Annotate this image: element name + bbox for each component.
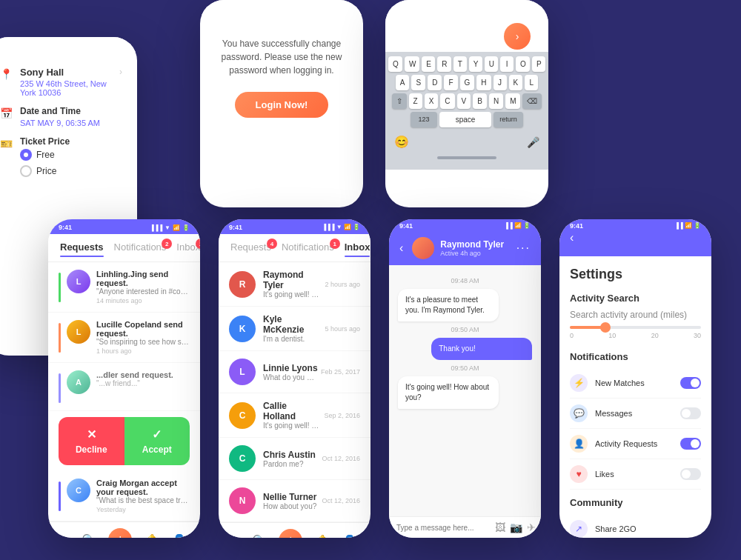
mic-icon[interactable]: 🎤	[527, 136, 539, 148]
key-u[interactable]: U	[485, 56, 498, 72]
key-d[interactable]: D	[428, 75, 442, 90]
search-nav-icon-5[interactable]: 🔍	[252, 534, 267, 539]
key-k[interactable]: K	[509, 75, 523, 90]
back-button[interactable]: ‹	[399, 241, 403, 255]
inbox-name-2: Kyle McKenzie	[263, 314, 322, 335]
slider-label-30: 30	[694, 332, 701, 339]
chat-body: 09:48 AM It's a pleasure to meet you. I'…	[389, 265, 541, 516]
key-j[interactable]: J	[494, 75, 507, 90]
key-c[interactable]: C	[440, 93, 454, 109]
key-y[interactable]: Y	[469, 56, 482, 72]
search-nav-icon[interactable]: 🔍	[82, 533, 96, 539]
key-space[interactable]: space	[439, 112, 491, 127]
key-l[interactable]: L	[525, 75, 538, 90]
key-h[interactable]: H	[476, 75, 491, 90]
inbox-item-5[interactable]: C Chris Austin Pardon me? Oct 12, 2016	[219, 438, 370, 480]
decline-button[interactable]: ✕ Decline	[59, 417, 124, 465]
key-f[interactable]: F	[444, 75, 457, 90]
key-z[interactable]: Z	[409, 93, 422, 109]
inbox-item-1[interactable]: R Raymond Tyler It's going well! How abo…	[219, 262, 370, 307]
settings-back-button[interactable]: ‹	[570, 231, 574, 244]
key-x[interactable]: X	[425, 93, 439, 109]
key-123[interactable]: 123	[411, 112, 437, 127]
request-bar-1	[59, 273, 61, 302]
inbox-item-4[interactable]: C Callie Holland It's going well! How ab…	[219, 393, 370, 438]
key-p[interactable]: P	[532, 56, 545, 72]
inbox-item-2[interactable]: K Kyle McKenzie I'm a dentist. 5 hours a…	[219, 307, 370, 351]
request-item-4[interactable]: C Craig Morgan accept your request. "Wha…	[48, 471, 200, 521]
emoji-icon[interactable]: 😊	[394, 135, 409, 149]
camera-icon[interactable]: 📷	[510, 521, 522, 533]
key-b[interactable]: B	[473, 93, 487, 109]
inbox-name-6: Nellie Turner	[263, 492, 319, 502]
more-options-button[interactable]: ···	[516, 241, 531, 255]
slider-container[interactable]	[570, 326, 701, 329]
tab-inbox-5[interactable]: Inbox	[345, 241, 370, 257]
activity-requests-icon: 👤	[570, 435, 588, 453]
request-preview-2: "So inspiring to see how support..."	[96, 338, 190, 346]
tab-requests-5[interactable]: Requests 4	[230, 241, 271, 257]
profile-nav-icon-5[interactable]: 👤	[342, 534, 357, 539]
accept-button[interactable]: ✓ Accept	[124, 417, 190, 465]
inbox-time-6: Oct 12, 2016	[322, 497, 360, 504]
tab-requests[interactable]: Requests	[60, 241, 104, 257]
key-r[interactable]: R	[437, 56, 451, 72]
new-matches-icon: ⚡	[570, 374, 588, 392]
key-t[interactable]: T	[453, 56, 467, 72]
notif-item-new-matches: ⚡ New Matches	[570, 368, 701, 399]
key-q[interactable]: Q	[388, 56, 402, 72]
key-a[interactable]: A	[396, 75, 410, 90]
login-now-button[interactable]: Login Now!	[235, 92, 329, 118]
inbox-info-3: Linnie Lyons What do you do for a living…	[263, 363, 318, 381]
inbox-badge: 2	[196, 239, 200, 249]
chat-user-info: Raymond Tyler Active 4h ago	[440, 239, 504, 257]
slider-label-20: 20	[651, 332, 659, 339]
add-nav-button[interactable]: +	[108, 528, 132, 538]
tab-notifications[interactable]: Notifications 2	[114, 241, 167, 257]
chat-input[interactable]	[396, 524, 491, 532]
radio-free[interactable]: Free	[20, 149, 70, 161]
activity-requests-toggle[interactable]	[680, 438, 701, 450]
profile-nav-icon[interactable]: 👤	[172, 533, 187, 539]
key-shift[interactable]: ⇧	[392, 93, 407, 109]
phone-chat: 9:41 ▐▐ 📶 🔋 ‹ Raymond Tyler Active 4h ag…	[389, 219, 541, 538]
key-e[interactable]: E	[422, 56, 435, 72]
key-o[interactable]: O	[516, 56, 530, 72]
key-backspace[interactable]: ⌫	[522, 93, 542, 109]
chat-status: Active 4h ago	[440, 250, 504, 257]
request-item-1[interactable]: L Linhling.Jing send request. "Anyone in…	[48, 262, 200, 313]
key-s[interactable]: S	[411, 75, 425, 90]
bell-nav-icon[interactable]: 🔔	[144, 533, 159, 539]
key-return[interactable]: return	[494, 112, 523, 127]
key-n[interactable]: N	[489, 93, 503, 109]
chevron-icon[interactable]: ›	[119, 67, 122, 77]
avatar-4: C	[67, 479, 90, 502]
image-icon[interactable]: 🖼	[495, 521, 505, 533]
messages-toggle[interactable]	[680, 407, 701, 419]
inbox-item-6[interactable]: N Nellie Turner How about you? Oct 12, 2…	[219, 480, 370, 522]
slider-thumb[interactable]	[600, 322, 611, 333]
key-w[interactable]: W	[405, 56, 419, 72]
notifications-label: Notifications	[570, 351, 701, 362]
request-item-3[interactable]: A ...dler send request. "...w friend..."	[48, 363, 200, 411]
tab-notifications-5[interactable]: Notifications 1	[282, 241, 334, 257]
new-matches-toggle[interactable]	[680, 377, 701, 389]
send-button[interactable]: ›	[504, 23, 531, 50]
key-g[interactable]: G	[460, 75, 475, 90]
inbox-item-3[interactable]: L Linnie Lyons What do you do for a livi…	[219, 351, 370, 393]
send-icon[interactable]: ✈	[527, 521, 536, 533]
key-m[interactable]: M	[505, 93, 520, 109]
tab-inbox[interactable]: Inbox 2	[176, 241, 200, 257]
radio-price[interactable]: Price	[20, 165, 70, 177]
messages-icon: 💬	[570, 404, 588, 422]
home-nav-icon-5[interactable]: ⌂	[232, 534, 239, 538]
request-item-2[interactable]: L Lucille Copeland send request. "So ins…	[48, 313, 200, 363]
chat-header: ‹ Raymond Tyler Active 4h ago ···	[389, 231, 541, 265]
home-nav-icon[interactable]: ⌂	[62, 533, 69, 538]
likes-toggle[interactable]	[680, 468, 701, 480]
key-v[interactable]: V	[457, 93, 471, 109]
bell-nav-icon-5[interactable]: 🔔	[315, 534, 330, 539]
status-time-4: 9:41	[59, 224, 72, 231]
add-nav-button-5[interactable]: +	[279, 529, 302, 538]
key-i[interactable]: I	[500, 56, 514, 72]
